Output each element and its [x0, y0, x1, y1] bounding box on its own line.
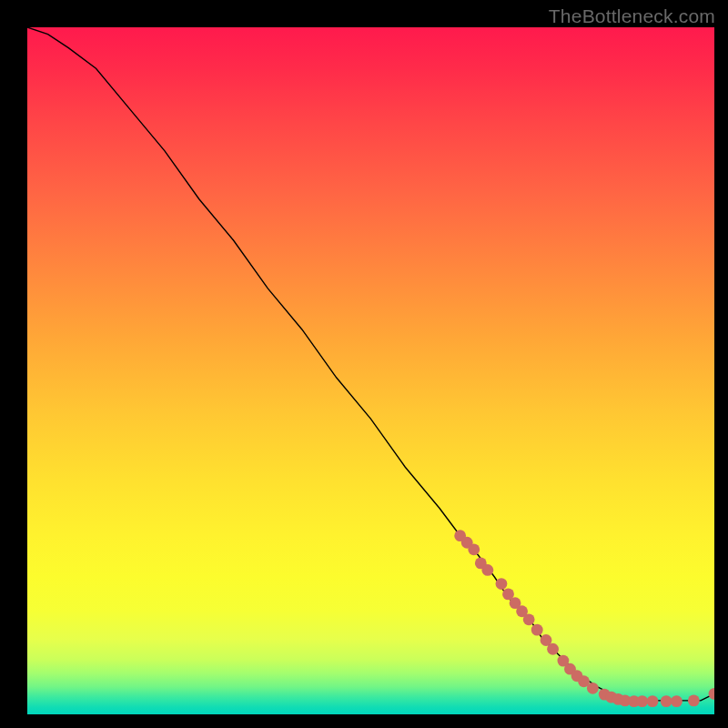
curve-markers	[454, 530, 714, 707]
curve-marker	[671, 695, 682, 707]
curve-marker	[709, 688, 714, 700]
chart-svg	[27, 27, 714, 714]
curve-marker	[587, 682, 599, 694]
curve-marker	[496, 578, 508, 590]
curve-marker	[531, 624, 543, 636]
curve-marker	[481, 564, 493, 576]
watermark-text: TheBottleneck.com	[549, 5, 715, 27]
curve-marker	[547, 643, 559, 655]
curve-marker	[688, 694, 700, 706]
curve-marker	[468, 543, 480, 555]
chart-stage: TheBottleneck.com	[0, 0, 728, 728]
curve-marker	[647, 695, 659, 707]
bottleneck-curve-line	[27, 27, 714, 701]
curve-marker	[523, 613, 535, 625]
curve-marker	[636, 695, 648, 707]
curve-marker	[661, 695, 672, 707]
chart-plot-area	[27, 27, 714, 714]
